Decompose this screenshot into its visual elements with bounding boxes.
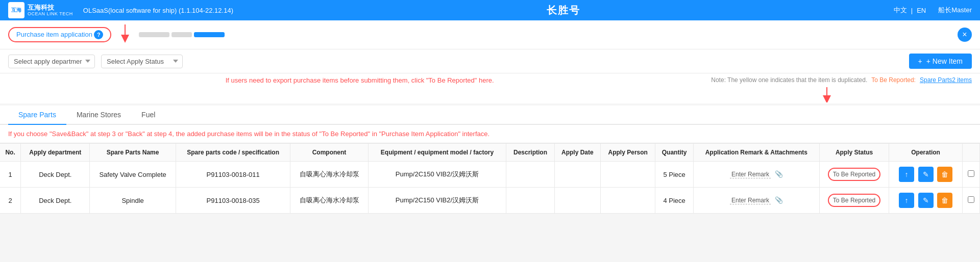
hint-row: If users need to export purchase items b… [0, 73, 980, 87]
software-info: OLSaaS(local software for ship) (1.1.104… [83, 7, 233, 14]
cell-code-1: P91103-0018-011 [176, 162, 290, 188]
lang-sep: | [911, 7, 913, 14]
cell-name-1: Safety Valve Complete [90, 162, 176, 188]
col-code: Spare parts code / specification [176, 144, 290, 162]
col-operation: Operation [889, 144, 962, 162]
cell-dept-1: Deck Dept. [21, 162, 90, 188]
table-row: 1 Deck Dept. Safety Valve Complete P9110… [0, 162, 980, 188]
status-badge-2: To Be Reported [828, 194, 880, 207]
attach-icon-2[interactable]: 📎 [775, 196, 783, 204]
progress-seg-3 [194, 32, 225, 37]
op-edit-1[interactable]: ✎ [918, 167, 934, 182]
topbar-left: 互海 互海科技 OCEAN LINK TECH OLSaaS(local sof… [8, 2, 233, 18]
warning-banner: If you choose "Save&Back" at step 3 or "… [0, 125, 980, 143]
tab-marine-stores[interactable]: Marine Stores [66, 106, 131, 125]
cell-dept-2: Deck Dept. [21, 188, 90, 214]
note-text: Note: The yellow one indicates that the … [711, 76, 867, 84]
dept-select[interactable]: Select apply departmer [8, 55, 95, 68]
col-name: Spare Parts Name [90, 144, 176, 162]
logo: 互海 互海科技 OCEAN LINK TECH [8, 2, 73, 18]
cell-person-2 [601, 188, 655, 214]
cell-qty-2: 4 Piece [655, 188, 694, 214]
topbar-right: 中文 | EN 船长Master [894, 6, 972, 15]
filter-left: Select apply departmer Select Apply Stat… [8, 55, 183, 68]
remark-text-2[interactable]: Enter Remark [730, 197, 771, 204]
checkbox-1[interactable] [968, 170, 974, 177]
table-row: 2 Deck Dept. Spindle P91103-0018-035 自吸离… [0, 188, 980, 214]
tab-fuel[interactable]: Fuel [131, 106, 165, 125]
hint-area: If users need to export purchase items b… [8, 76, 711, 84]
col-dept: Apply department [21, 144, 90, 162]
col-description: Description [506, 144, 554, 162]
note-area: Note: The yellow one indicates that the … [711, 76, 972, 84]
logo-icon: 互海 [8, 2, 24, 18]
remark-text-1[interactable]: Enter Remark [730, 171, 771, 178]
col-no: No. [0, 144, 21, 162]
topbar: 互海 互海科技 OCEAN LINK TECH OLSaaS(local sof… [0, 0, 980, 20]
tabs-row: Spare Parts Marine Stores Fuel [0, 106, 980, 125]
subheader: Purchase item application ? × [0, 20, 980, 49]
lang-en[interactable]: EN [917, 7, 926, 14]
subheader-left: Purchase item application ? [8, 24, 225, 45]
new-item-button[interactable]: + + New Item [909, 54, 972, 69]
cell-date-2 [554, 188, 601, 214]
cell-component-2: 自吸离心海水冷却泵 [290, 188, 368, 214]
arrow-annotation [117, 24, 133, 45]
main-table: No. Apply department Spare Parts Name Sp… [0, 143, 980, 214]
reported-link[interactable]: Spare Parts2 items [920, 76, 972, 84]
purchase-item-button[interactable]: Purchase item application ? [8, 27, 111, 42]
col-status: Apply Status [819, 144, 889, 162]
filter-row: Select apply departmer Select Apply Stat… [0, 49, 980, 73]
cell-ops-2: ↑ ✎ 🗑 [889, 188, 962, 214]
col-apply-person: Apply Person [601, 144, 655, 162]
help-icon[interactable]: ? [94, 30, 103, 39]
hint-text: If users need to export purchase items b… [226, 76, 494, 84]
op-up-1[interactable]: ↑ [899, 167, 914, 182]
cell-person-1 [601, 162, 655, 188]
close-button[interactable]: × [958, 28, 972, 42]
cell-status-1: To Be Reported [819, 162, 889, 188]
status-badge-1: To Be Reported [828, 168, 880, 181]
cell-no-1: 1 [0, 162, 21, 188]
cell-date-1 [554, 162, 601, 188]
col-remark: Application Remark & Attachments [693, 144, 819, 162]
cell-check-1 [962, 162, 979, 188]
table-header-row: No. Apply department Spare Parts Name Sp… [0, 144, 980, 162]
progress-bar [139, 32, 225, 37]
logo-text: 互海科技 OCEAN LINK TECH [28, 4, 73, 17]
cell-check-2 [962, 188, 979, 214]
col-apply-date: Apply Date [554, 144, 601, 162]
tab-spare-parts[interactable]: Spare Parts [8, 106, 66, 125]
op-delete-2[interactable]: 🗑 [937, 193, 952, 208]
op-up-2[interactable]: ↑ [899, 193, 914, 208]
cell-desc-1 [506, 162, 554, 188]
cell-equipment-1: Pump/2C150 VIB2/汉姆沃斯 [368, 162, 506, 188]
reported-label: To Be Reported: [871, 76, 916, 84]
progress-seg-2 [172, 32, 192, 37]
col-quantity: Quantity [655, 144, 694, 162]
op-delete-1[interactable]: 🗑 [937, 167, 952, 182]
status-select[interactable]: Select Apply Status [101, 55, 183, 68]
ship-name: 长胜号 [547, 4, 580, 17]
cell-remark-2: Enter Remark 📎 [693, 188, 819, 214]
cell-qty-1: 5 Piece [655, 162, 694, 188]
table-wrap: No. Apply department Spare Parts Name Sp… [0, 143, 980, 214]
op-edit-2[interactable]: ✎ [918, 193, 934, 208]
checkbox-2[interactable] [968, 196, 974, 203]
cell-equipment-2: Pump/2C150 VIB2/汉姆沃斯 [368, 188, 506, 214]
progress-seg-1 [139, 32, 169, 37]
attach-icon-1[interactable]: 📎 [775, 170, 783, 178]
cell-code-2: P91103-0018-035 [176, 188, 290, 214]
col-equipment: Equipment / equipment model / factory [368, 144, 506, 162]
cell-remark-1: Enter Remark 📎 [693, 162, 819, 188]
plus-icon: + [918, 57, 922, 65]
cell-component-1: 自吸离心海水冷却泵 [290, 162, 368, 188]
col-checkbox [962, 144, 979, 162]
cell-status-2: To Be Reported [819, 188, 889, 214]
lang-zh[interactable]: 中文 [894, 6, 907, 15]
cell-ops-1: ↑ ✎ 🗑 [889, 162, 962, 188]
arrow-row [0, 87, 980, 103]
cell-no-2: 2 [0, 188, 21, 214]
down-arrow-svg [817, 87, 837, 102]
user-link[interactable]: 船长Master [938, 6, 972, 15]
